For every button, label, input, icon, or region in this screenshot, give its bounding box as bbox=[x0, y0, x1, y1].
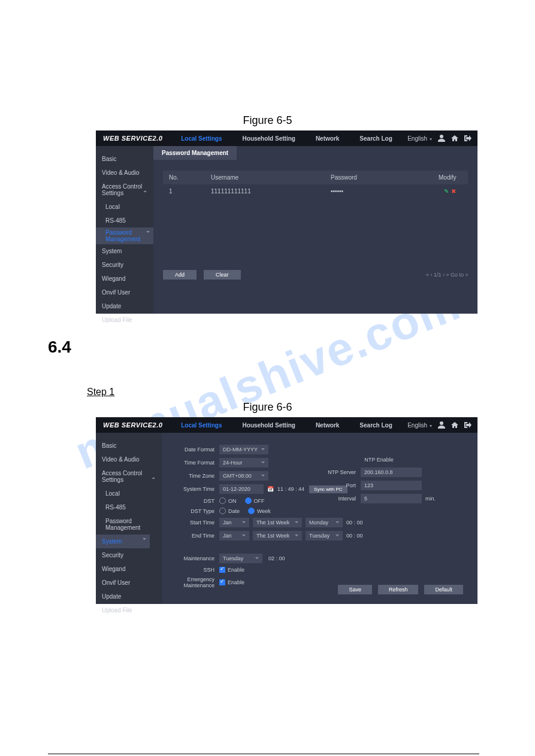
interval-unit: min. bbox=[425, 496, 436, 502]
sidebar-upload-file[interactable]: Upload File bbox=[96, 603, 162, 617]
cell-no: 1 bbox=[169, 188, 211, 195]
sidebar-access-control[interactable]: Access Control Settings ⌃ bbox=[96, 180, 153, 200]
dst-on-radio[interactable]: ON bbox=[219, 497, 237, 504]
dst-off-radio[interactable]: OFF bbox=[245, 497, 265, 504]
label-ntp-server: NTP Server bbox=[322, 469, 361, 475]
sidebar-wiegand[interactable]: Wiegand bbox=[96, 272, 153, 286]
figure-6-5-caption: Figure 6-5 bbox=[0, 114, 535, 127]
date-format-select[interactable]: DD-MM-YYYY bbox=[219, 445, 268, 454]
nav-local-settings[interactable]: Local Settings bbox=[181, 422, 222, 429]
system-time-value[interactable]: 11 : 49 : 44 bbox=[277, 486, 304, 492]
label-dst-type: DST Type bbox=[173, 508, 219, 514]
start-week-select[interactable]: The 1st Week bbox=[253, 518, 302, 527]
add-button[interactable]: Add bbox=[163, 270, 197, 280]
system-date-input[interactable] bbox=[219, 484, 264, 494]
time-zone-select[interactable]: GMT+08:00 bbox=[219, 471, 268, 481]
sidebar: Basic Video & Audio Access Control Setti… bbox=[96, 433, 162, 604]
sidebar-update[interactable]: Update bbox=[96, 299, 153, 313]
sidebar-security[interactable]: Security bbox=[96, 258, 153, 272]
label-ssh: SSH bbox=[173, 567, 219, 573]
start-day-select[interactable]: Monday bbox=[306, 518, 343, 527]
label-date-format: Date Format bbox=[173, 447, 219, 453]
sidebar-system[interactable]: System bbox=[96, 535, 150, 548]
end-day-select[interactable]: Tuesday bbox=[306, 531, 343, 541]
interval-input[interactable] bbox=[361, 494, 422, 503]
step-1-label: Step 1 bbox=[87, 387, 535, 397]
sidebar-rs485[interactable]: RS-485 bbox=[96, 500, 162, 514]
home-icon[interactable] bbox=[451, 421, 458, 429]
end-time-value[interactable]: 00 : 00 bbox=[346, 533, 363, 539]
dst-type-week-radio[interactable]: Week bbox=[248, 508, 271, 514]
sidebar-password-management[interactable]: Password Management bbox=[96, 514, 162, 535]
delete-icon[interactable]: ✖ bbox=[451, 188, 456, 195]
sidebar: Basic Video & Audio Access Control Setti… bbox=[96, 146, 153, 314]
sidebar-basic[interactable]: Basic bbox=[96, 439, 162, 453]
cell-password: •••••• bbox=[331, 188, 439, 195]
col-modify: Modify bbox=[439, 174, 462, 181]
sidebar-upload-file[interactable]: Upload File bbox=[96, 313, 153, 327]
figure-6-5-screenshot: WEB SERVICE2.0 Local Settings Household … bbox=[96, 130, 477, 314]
language-dropdown[interactable]: English▾ bbox=[407, 422, 432, 429]
label-maintenance: Maintenance bbox=[173, 555, 219, 561]
sidebar-wiegand[interactable]: Wiegand bbox=[96, 562, 162, 576]
sidebar-video-audio[interactable]: Video & Audio bbox=[96, 453, 162, 466]
nav-household-setting[interactable]: Household Setting bbox=[243, 135, 295, 142]
sidebar-video-audio[interactable]: Video & Audio bbox=[96, 166, 153, 180]
default-button[interactable]: Default bbox=[424, 585, 463, 594]
brand-logo: WEB SERVICE2.0 bbox=[103, 421, 162, 429]
sidebar-onvif-user[interactable]: Onvif User bbox=[96, 286, 153, 299]
dst-type-date-radio[interactable]: Date bbox=[219, 508, 240, 514]
sidebar-security[interactable]: Security bbox=[96, 548, 162, 562]
time-format-select[interactable]: 24-Hour bbox=[219, 458, 268, 467]
end-month-select[interactable]: Jan bbox=[219, 531, 249, 541]
nav-search-log[interactable]: Search Log bbox=[359, 135, 392, 142]
nav-network[interactable]: Network bbox=[316, 135, 339, 142]
nav-local-settings[interactable]: Local Settings bbox=[181, 135, 222, 142]
brand-logo: WEB SERVICE2.0 bbox=[103, 135, 162, 142]
figure-6-6-caption: Figure 6-6 bbox=[0, 401, 535, 414]
nav-search-log[interactable]: Search Log bbox=[359, 422, 392, 429]
language-dropdown[interactable]: English▾ bbox=[407, 135, 432, 142]
col-password: Password bbox=[331, 174, 439, 181]
nav-household-setting[interactable]: Household Setting bbox=[243, 422, 295, 429]
label-end-time: End Time bbox=[173, 533, 219, 539]
label-time-zone: Time Zone bbox=[173, 473, 219, 479]
sidebar-password-management[interactable]: Password Management bbox=[96, 227, 153, 244]
nav-network[interactable]: Network bbox=[316, 422, 339, 429]
tab-password-management[interactable]: Password Management bbox=[153, 146, 237, 160]
start-month-select[interactable]: Jan bbox=[219, 518, 249, 527]
user-icon[interactable] bbox=[438, 135, 445, 142]
logout-icon[interactable] bbox=[464, 421, 471, 429]
ntp-server-input[interactable] bbox=[361, 467, 422, 477]
emergency-enable-checkbox[interactable] bbox=[219, 579, 225, 585]
footer-rule bbox=[48, 754, 479, 754]
sidebar-rs485[interactable]: RS-485 bbox=[96, 214, 153, 227]
label-start-time: Start Time bbox=[173, 520, 219, 526]
logout-icon[interactable] bbox=[464, 135, 471, 142]
user-icon[interactable] bbox=[438, 421, 445, 429]
sidebar-onvif-user[interactable]: Onvif User bbox=[96, 576, 162, 590]
label-time-format: Time Format bbox=[173, 460, 219, 466]
pager[interactable]: « ‹ 1/1 › » Go to » bbox=[426, 272, 468, 278]
table-header-row: No. Username Password Modify bbox=[163, 171, 468, 184]
maintenance-time-value[interactable]: 02 : 00 bbox=[268, 555, 285, 561]
label-interval: Interval bbox=[322, 496, 361, 502]
clear-button[interactable]: Clear bbox=[204, 270, 241, 280]
ssh-enable-checkbox[interactable] bbox=[219, 567, 225, 573]
end-week-select[interactable]: The 1st Week bbox=[253, 531, 302, 541]
calendar-icon[interactable]: 📅 bbox=[267, 486, 274, 492]
edit-icon[interactable]: ✎ bbox=[444, 188, 449, 195]
sidebar-local[interactable]: Local bbox=[96, 487, 162, 500]
sidebar-system[interactable]: System bbox=[96, 244, 153, 258]
sidebar-access-control[interactable]: Access Control Settings ⌃ bbox=[96, 466, 162, 487]
sidebar-local[interactable]: Local bbox=[96, 200, 153, 214]
sidebar-update[interactable]: Update bbox=[96, 590, 162, 603]
port-input[interactable] bbox=[361, 481, 422, 490]
start-time-value[interactable]: 00 : 00 bbox=[346, 520, 363, 526]
col-username: Username bbox=[211, 174, 331, 181]
save-button[interactable]: Save bbox=[338, 585, 372, 594]
maintenance-day-select[interactable]: Tuesday bbox=[219, 554, 262, 563]
home-icon[interactable] bbox=[451, 135, 458, 142]
refresh-button[interactable]: Refresh bbox=[378, 585, 419, 594]
sidebar-basic[interactable]: Basic bbox=[96, 152, 153, 166]
